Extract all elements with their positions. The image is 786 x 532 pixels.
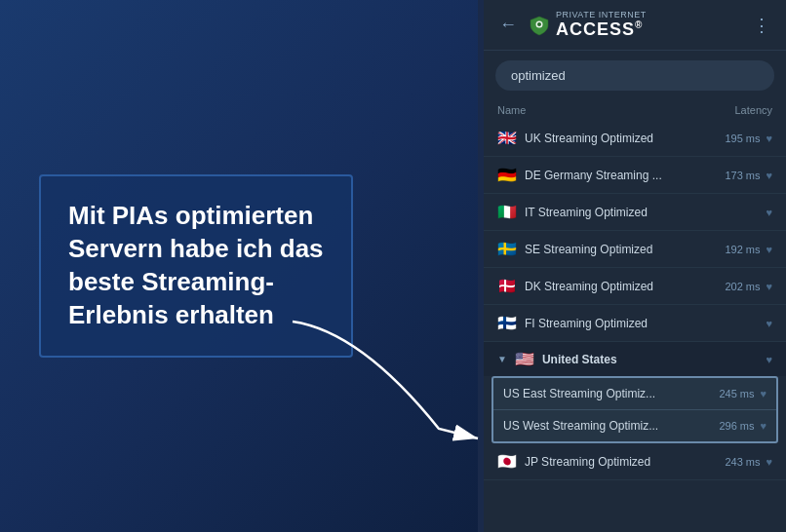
more-button[interactable]: ⋮ bbox=[749, 11, 774, 40]
server-item-dk[interactable]: 🇩🇰 DK Streaming Optimized 202 ms ♥ bbox=[484, 268, 786, 305]
server-left-it: 🇮🇹 IT Streaming Optimized bbox=[497, 203, 648, 221]
server-name-us-east: US East Streaming Optimiz... bbox=[503, 387, 655, 400]
server-right-us-east: 245 ms ♥ bbox=[713, 388, 766, 399]
server-item-us-west[interactable]: US West Streaming Optimiz... 296 ms ♥ bbox=[493, 410, 776, 441]
heart-icon-us-west[interactable]: ♥ bbox=[760, 420, 766, 432]
flag-uk: 🇬🇧 bbox=[497, 129, 517, 147]
heart-icon-uk[interactable]: ♥ bbox=[766, 133, 772, 144]
heart-icon-dk[interactable]: ♥ bbox=[766, 281, 772, 292]
server-item-uk[interactable]: 🇬🇧 UK Streaming Optimized 195 ms ♥ bbox=[484, 120, 786, 157]
server-name-uk: UK Streaming Optimized bbox=[525, 132, 653, 145]
latency-us-east: 245 ms bbox=[713, 388, 754, 399]
flag-fi: 🇫🇮 bbox=[497, 314, 517, 332]
logo-private-internet: Private Internet ACCESS® bbox=[556, 10, 647, 40]
server-name-dk: DK Streaming Optimized bbox=[525, 280, 653, 293]
latency-us-west: 296 ms bbox=[713, 420, 754, 432]
heart-icon-fi[interactable]: ♥ bbox=[766, 318, 772, 329]
server-item-de[interactable]: 🇩🇪 DE Germany Streaming ... 173 ms ♥ bbox=[484, 157, 786, 194]
server-name-it: IT Streaming Optimized bbox=[525, 206, 648, 219]
search-container bbox=[484, 51, 786, 100]
flag-it: 🇮🇹 bbox=[497, 203, 517, 221]
heart-icon-it[interactable]: ♥ bbox=[766, 207, 772, 218]
server-item-us-east[interactable]: US East Streaming Optimiz... 245 ms ♥ bbox=[493, 378, 776, 410]
server-right-us-west: 296 ms ♥ bbox=[713, 420, 766, 432]
server-right: 195 ms ♥ bbox=[719, 133, 772, 144]
left-panel: Mit PIAs optimierten Servern habe ich da… bbox=[0, 0, 478, 532]
heart-icon-se[interactable]: ♥ bbox=[766, 244, 772, 255]
server-left-jp: 🇯🇵 JP Streaming Optimized bbox=[497, 452, 650, 471]
heart-icon-us-group[interactable]: ♥ bbox=[766, 354, 772, 365]
header-left: ← Private Internet ACCESS® bbox=[495, 10, 647, 40]
flag-dk: 🇩🇰 bbox=[497, 277, 517, 295]
server-right-dk: 202 ms ♥ bbox=[719, 281, 772, 292]
column-headers: Name Latency bbox=[484, 100, 786, 120]
logo: Private Internet ACCESS® bbox=[529, 10, 647, 40]
server-name-fi: FI Streaming Optimized bbox=[525, 317, 648, 330]
server-right-se: 192 ms ♥ bbox=[719, 244, 772, 255]
shield-icon bbox=[529, 15, 550, 36]
server-list: 🇬🇧 UK Streaming Optimized 195 ms ♥ 🇩🇪 DE… bbox=[484, 120, 786, 532]
server-left-us-west: US West Streaming Optimiz... bbox=[503, 419, 658, 433]
server-name-se: SE Streaming Optimized bbox=[525, 243, 652, 256]
app-header: ← Private Internet ACCESS® bbox=[484, 0, 786, 51]
flag-jp: 🇯🇵 bbox=[497, 452, 517, 471]
server-right-de: 173 ms ♥ bbox=[719, 170, 772, 181]
server-item-se[interactable]: 🇸🇪 SE Streaming Optimized 192 ms ♥ bbox=[484, 231, 786, 268]
group-header-us[interactable]: ▼ 🇺🇸 United States ♥ bbox=[484, 342, 786, 376]
latency-uk: 195 ms bbox=[719, 133, 760, 144]
search-input[interactable] bbox=[495, 60, 774, 91]
logo-access-text: ACCESS bbox=[556, 19, 635, 39]
heart-icon-us-east[interactable]: ♥ bbox=[760, 388, 766, 399]
flag-us-group: 🇺🇸 bbox=[515, 350, 534, 368]
server-name-de: DE Germany Streaming ... bbox=[525, 169, 662, 182]
text-box: Mit PIAs optimierten Servern habe ich da… bbox=[39, 174, 353, 357]
flag-de: 🇩🇪 bbox=[497, 166, 517, 184]
server-left-dk: 🇩🇰 DK Streaming Optimized bbox=[497, 277, 653, 295]
name-column-header: Name bbox=[497, 104, 526, 116]
heart-icon-jp[interactable]: ♥ bbox=[766, 456, 772, 468]
latency-se: 192 ms bbox=[719, 244, 760, 255]
server-left-se: 🇸🇪 SE Streaming Optimized bbox=[497, 240, 652, 258]
group-arrow-us: ▼ bbox=[497, 354, 507, 364]
server-item-fi[interactable]: 🇫🇮 FI Streaming Optimized ♥ bbox=[484, 305, 786, 342]
server-left: 🇬🇧 UK Streaming Optimized bbox=[497, 129, 653, 147]
group-name-us: United States bbox=[542, 353, 617, 366]
server-left-us-east: US East Streaming Optimiz... bbox=[503, 387, 655, 400]
logo-top: Private Internet ACCESS® bbox=[529, 10, 647, 40]
server-right-jp: 243 ms ♥ bbox=[719, 456, 772, 468]
us-servers-box: US East Streaming Optimiz... 245 ms ♥ US… bbox=[491, 376, 778, 443]
server-right-it: ♥ bbox=[719, 207, 772, 218]
server-name-jp: JP Streaming Optimized bbox=[525, 455, 650, 469]
svg-point-2 bbox=[537, 22, 541, 26]
server-item-it[interactable]: 🇮🇹 IT Streaming Optimized ♥ bbox=[484, 194, 786, 231]
latency-dk: 202 ms bbox=[719, 281, 760, 292]
pia-app: ← Private Internet ACCESS® bbox=[484, 0, 786, 532]
main-heading: Mit PIAs optimierten Servern habe ich da… bbox=[68, 200, 324, 331]
flag-se: 🇸🇪 bbox=[497, 240, 517, 258]
heart-icon-de[interactable]: ♥ bbox=[766, 170, 772, 181]
server-left-de: 🇩🇪 DE Germany Streaming ... bbox=[497, 166, 662, 184]
server-right-fi: ♥ bbox=[719, 318, 772, 329]
logo-reg: ® bbox=[635, 19, 643, 30]
server-left-fi: 🇫🇮 FI Streaming Optimized bbox=[497, 314, 648, 332]
latency-column-header: Latency bbox=[734, 104, 772, 116]
group-header-left-us: ▼ 🇺🇸 United States bbox=[497, 350, 617, 368]
latency-jp: 243 ms bbox=[719, 456, 760, 468]
latency-de: 173 ms bbox=[719, 170, 760, 181]
server-item-jp[interactable]: 🇯🇵 JP Streaming Optimized 243 ms ♥ bbox=[484, 443, 786, 480]
back-button[interactable]: ← bbox=[495, 11, 521, 39]
server-name-us-west: US West Streaming Optimiz... bbox=[503, 419, 658, 433]
